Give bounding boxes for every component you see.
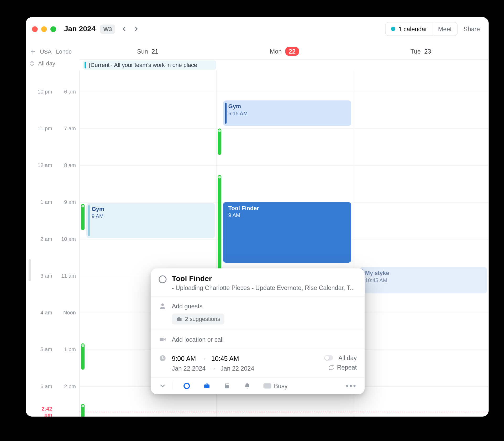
person-icon — [159, 302, 166, 310]
hour-line — [79, 128, 489, 129]
task-strip[interactable] — [81, 404, 85, 417]
end-time[interactable]: 10:45 AM — [211, 355, 239, 362]
briefcase-blue-icon[interactable] — [203, 382, 211, 390]
time-row: 11 pm7 am — [26, 124, 80, 133]
time-box: 9:00 AM → 10:45 AM — [172, 355, 239, 362]
event-color-bar — [88, 205, 90, 236]
popover-subtitle[interactable]: - Uploading Charlotte Pieces - Update Ev… — [172, 284, 357, 291]
calendar-color-icon — [391, 27, 395, 31]
close-window-icon[interactable] — [32, 26, 38, 32]
nav-arrows — [119, 24, 142, 34]
repeat-row[interactable]: Repeat — [328, 364, 357, 371]
event-gym-sun[interactable]: Gym 9 AM — [86, 203, 215, 238]
toggle-icon — [324, 355, 333, 360]
day-separator — [79, 71, 80, 417]
add-location-row[interactable]: Add location or call — [159, 335, 357, 343]
calendars-chip[interactable]: 1 calendar — [386, 22, 432, 36]
window-controls — [32, 26, 56, 32]
popover-header: Tool Finder - Uploading Charlotte Pieces… — [151, 268, 365, 297]
svg-rect-1 — [160, 338, 164, 341]
day-header-tue[interactable]: Tue 23 — [353, 43, 489, 59]
svg-point-3 — [184, 383, 189, 388]
next-week-button[interactable] — [131, 24, 142, 34]
maximize-window-icon[interactable] — [50, 26, 56, 32]
task-strip[interactable] — [81, 204, 85, 230]
bell-icon[interactable] — [243, 382, 251, 390]
time-gutter: 10 pm6 am 11 pm7 am 12 am8 am 1 am9 am 2… — [26, 71, 80, 417]
start-date[interactable]: Jan 22 2024 — [172, 365, 206, 372]
task-strip[interactable] — [218, 175, 221, 275]
repeat-icon — [328, 364, 334, 370]
time-row: 2 am10 am — [26, 235, 80, 243]
minimize-window-icon[interactable] — [41, 26, 47, 32]
time-row: 12 am8 am — [26, 161, 80, 170]
arrow-right-icon: → — [210, 365, 216, 372]
more-menu-icon[interactable]: ••• — [346, 381, 357, 391]
titlebar: Jan 2024 W3 1 calendar Meet Share — [26, 17, 489, 41]
day-header-row: Sun 21 Mon 22 Tue 23 — [26, 43, 489, 59]
allday-toggle-row[interactable]: All day — [324, 354, 357, 361]
time-row: 3 am11 am — [26, 271, 80, 280]
popover-location-section: Add location or call — [151, 330, 365, 349]
briefcase-icon — [176, 316, 182, 322]
time-row: 6 am2 pm — [26, 382, 80, 391]
titlebar-right: 1 calendar Meet Share — [385, 17, 482, 41]
now-indicator-line — [79, 412, 489, 413]
share-button[interactable]: Share — [461, 25, 482, 33]
task-strip[interactable] — [81, 343, 85, 370]
svg-rect-4 — [225, 385, 229, 388]
popover-footer: Busy ••• — [151, 377, 365, 394]
allday-row: All day — [29, 60, 55, 67]
allday-event-current[interactable]: [Current · All your team's work in one p… — [83, 60, 216, 70]
event-tool-finder[interactable]: Tool Finder 9 AM — [223, 202, 351, 263]
clock-icon — [159, 354, 166, 362]
timezone-row: ＋ USA London — [29, 48, 71, 55]
popover-guests-section: Add guests 2 suggestions — [151, 297, 365, 330]
add-guests-row[interactable]: Add guests — [159, 302, 357, 310]
arrow-right-icon: → — [200, 355, 207, 362]
meet-chip[interactable]: Meet — [432, 22, 457, 36]
hour-line — [79, 92, 489, 92]
allday-label: All day — [38, 60, 55, 67]
hour-line — [79, 165, 489, 166]
event-my-styke[interactable]: My styke 10:45 AM — [360, 267, 487, 293]
time-row: 5 am1 pm — [26, 345, 80, 354]
availability-tag-icon — [263, 383, 271, 388]
day-header-mon[interactable]: Mon 22 — [216, 43, 353, 59]
time-row: 1 am9 am — [26, 198, 80, 206]
complete-toggle-icon[interactable] — [159, 276, 166, 283]
end-date[interactable]: Jan 22 2024 — [220, 365, 254, 372]
video-icon — [159, 335, 166, 343]
timezone-2-label[interactable]: London — [56, 48, 71, 55]
time-right-column: All day Repeat — [324, 354, 357, 371]
event-popover: Tool Finder - Uploading Charlotte Pieces… — [151, 268, 365, 394]
time-row: 4 amNoon — [26, 308, 80, 317]
start-time[interactable]: 9:00 AM — [172, 355, 196, 362]
svg-point-0 — [161, 303, 164, 306]
event-gym-mon[interactable]: Gym 6:15 AM — [223, 100, 351, 126]
expand-allday-icon[interactable] — [29, 61, 35, 66]
lock-open-icon[interactable] — [223, 382, 231, 390]
add-timezone-button[interactable]: ＋ — [29, 48, 36, 55]
circle-blue-icon[interactable] — [183, 382, 191, 390]
chevron-down-icon[interactable] — [159, 382, 166, 390]
now-time-label: 2:42 pm — [26, 407, 80, 416]
event-color-bar — [225, 103, 227, 124]
week-badge[interactable]: W3 — [100, 24, 115, 34]
chip-group: 1 calendar Meet — [385, 22, 458, 36]
popover-title[interactable]: Tool Finder — [172, 274, 357, 283]
today-pill: 22 — [285, 47, 299, 56]
task-strip[interactable] — [218, 128, 221, 155]
day-header-sun[interactable]: Sun 21 — [79, 43, 216, 59]
allday-lane: [Current · All your team's work in one p… — [79, 59, 489, 70]
popover-time-section: 9:00 AM → 10:45 AM Jan 22 2024 → Jan 22 … — [151, 349, 365, 377]
suggestions-chip[interactable]: 2 suggestions — [172, 314, 224, 325]
time-row: 10 pm6 am — [26, 87, 80, 96]
month-label[interactable]: Jan 2024 — [64, 24, 96, 33]
prev-week-button[interactable] — [119, 24, 129, 34]
separator — [173, 382, 173, 390]
event-color-bar — [85, 62, 86, 68]
timezone-1-label[interactable]: USA — [40, 48, 52, 55]
busy-chip[interactable]: Busy — [263, 382, 287, 390]
